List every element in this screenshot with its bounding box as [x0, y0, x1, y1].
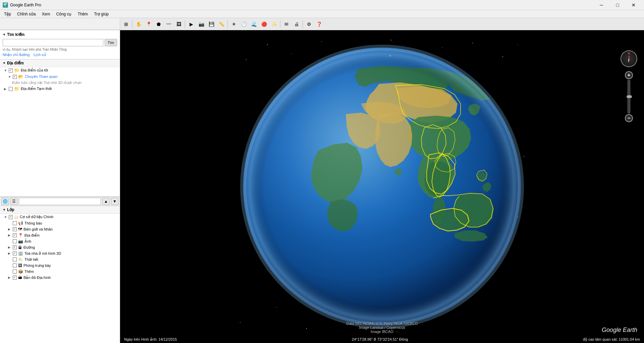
toolbar-email-btn[interactable]: ✉: [282, 19, 291, 29]
layer-weather[interactable]: ▶ ⛅ Thời tiết: [0, 256, 120, 262]
layers-header[interactable]: ▼ Lớp: [0, 206, 120, 214]
terrain-checkbox[interactable]: [13, 276, 17, 280]
photos-checkbox[interactable]: [13, 239, 17, 243]
menu-edit[interactable]: Chỉnh sửa: [14, 11, 39, 17]
places-chevron: ▼: [3, 61, 6, 65]
notifications-checkbox[interactable]: [13, 221, 17, 225]
places-tour[interactable]: ▼ 📂 Chuyến Tham quan: [0, 74, 120, 80]
search-header: ▼ Tìm kiếm: [3, 32, 117, 37]
borders-checkbox[interactable]: [13, 227, 17, 231]
toolbar-sky-btn[interactable]: ✨: [269, 19, 279, 29]
history-link[interactable]: Lịch sử: [34, 53, 46, 57]
buildings-checkbox[interactable]: [13, 251, 17, 255]
globe-area[interactable]: N + − Data SIO, NOAA, U.S. Navy, NGA, GE…: [120, 30, 644, 343]
zoom-in-button[interactable]: +: [625, 71, 633, 79]
toolbar-placemark-btn[interactable]: 📍: [144, 19, 153, 29]
layer-photos[interactable]: ▶ 📷 Ảnh: [0, 238, 120, 244]
weather-label: Thời tiết: [24, 257, 38, 262]
places-nav-down[interactable]: ▼: [111, 198, 118, 205]
borders-arrow: ▶: [8, 228, 11, 231]
places-globe-btn[interactable]: 🌐: [1, 198, 9, 205]
search-button[interactable]: Tìm: [105, 39, 117, 46]
roads-checkbox[interactable]: [13, 245, 17, 249]
menu-view[interactable]: Xem: [39, 11, 53, 17]
layer-terrain[interactable]: ▶ 🏔 Bản đồ Địa hình: [0, 275, 120, 281]
toolbar-save-btn[interactable]: 💾: [207, 19, 216, 29]
svg-point-3: [267, 44, 268, 45]
status-coords: 24°17'28.96" B 73°32'24.51" Đông: [352, 337, 408, 341]
minimize-button[interactable]: ─: [594, 0, 609, 10]
gallery-checkbox[interactable]: [13, 263, 17, 267]
toolbar-overlay-btn[interactable]: 🖼: [174, 19, 183, 29]
my-places-label: Địa điểm của tôi: [21, 68, 48, 72]
toolbar-history-btn[interactable]: 🕐: [239, 19, 249, 29]
toolbar-settings-btn[interactable]: ⚙: [304, 19, 314, 29]
toolbar-measure-btn[interactable]: 📏: [217, 19, 226, 29]
more-label: Thêm: [24, 270, 34, 274]
status-elevation: độ cao tâm quan sát: 11001.04 km: [583, 337, 640, 342]
my-places-arrow: ▼: [4, 69, 7, 72]
gallery-label: Phòng trưng bày: [23, 263, 51, 268]
places-tour-note: Đảm bảo rằng lớp Toà nhà 3D được chọn: [0, 80, 120, 86]
layer-borders[interactable]: ▶ 🗺 Biên giới và Nhãn: [0, 226, 120, 232]
more-checkbox[interactable]: [13, 270, 17, 274]
main-db-icon: 🗂: [14, 214, 18, 219]
places-title: Địa điểm: [7, 61, 24, 65]
layer-more[interactable]: ▶ 📦 Thêm: [0, 268, 120, 275]
toolbar-mars-btn[interactable]: 🔴: [259, 19, 269, 29]
temp-checkbox[interactable]: [9, 87, 13, 91]
layers-title: Lớp: [7, 207, 14, 212]
attribution-line3: Image IBCAO: [346, 330, 418, 334]
main-db-label: Cơ sở dữ liệu Chính: [20, 215, 53, 219]
search-chevron: ▼: [3, 33, 6, 36]
layer-places[interactable]: ▶ 📍 Địa điểm: [0, 232, 120, 238]
places-my-places[interactable]: ▼ 📁 Địa điểm của tôi: [0, 67, 120, 74]
directions-link[interactable]: Nhận chỉ đường: [3, 53, 30, 57]
layer-notifications[interactable]: ▶ 📢 Thông báo: [0, 220, 120, 226]
toolbar-sun-btn[interactable]: ☀: [229, 19, 238, 29]
buildings-arrow: ▶: [8, 252, 11, 255]
zoom-out-button[interactable]: −: [625, 114, 633, 122]
compass[interactable]: N: [621, 50, 637, 67]
layer-main-db[interactable]: ▼ 🗂 Cơ sở dữ liệu Chính: [0, 214, 120, 220]
toolbar-photo-btn[interactable]: 📷: [197, 19, 206, 29]
toolbar-polygon-btn[interactable]: ⬟: [154, 19, 163, 29]
toolbar-tour-btn[interactable]: ▶: [186, 19, 196, 29]
svg-point-7: [391, 40, 391, 41]
layer-3d-buildings[interactable]: ▶ 🏢 Toà nhà ở mô hình 3D: [0, 250, 120, 256]
toolbar-path-btn[interactable]: 〰: [164, 19, 173, 29]
menu-help[interactable]: Trợ giúp: [91, 11, 111, 17]
places-list-btn[interactable]: ☰: [10, 198, 17, 205]
globe-container: [120, 30, 644, 343]
toolbar-sep2: [185, 20, 185, 28]
search-title: Tìm kiếm: [7, 32, 24, 37]
layer-roads[interactable]: ▶ 🛣 Đường: [0, 244, 120, 250]
main-db-arrow: ▼: [4, 215, 7, 219]
weather-checkbox[interactable]: [13, 257, 17, 261]
main-db-checkbox[interactable]: [9, 215, 13, 219]
tour-label[interactable]: Chuyến Tham quan: [25, 75, 57, 79]
toolbar-ocean-btn[interactable]: 🌊: [249, 19, 259, 29]
places-header[interactable]: ▼ Địa điểm: [0, 59, 120, 67]
toolbar-print-btn[interactable]: 🖨: [292, 19, 301, 29]
layer-gallery[interactable]: ▶ 🖼 Phòng trưng bày: [0, 262, 120, 268]
svg-point-14: [306, 328, 307, 329]
toolbar-hand-btn[interactable]: ✋: [134, 19, 143, 29]
menu-file[interactable]: Tệp: [1, 11, 14, 17]
search-input[interactable]: [3, 39, 103, 46]
tour-checkbox[interactable]: [13, 75, 17, 79]
toolbar-grid-btn[interactable]: ⊞: [121, 19, 131, 29]
places-temp[interactable]: ▶ 📁 Địa điểm Tạm thời: [0, 86, 120, 92]
places-search-input[interactable]: [19, 198, 101, 205]
weather-icon: ⛅: [18, 257, 23, 262]
menu-tools[interactable]: Công cụ: [53, 11, 74, 17]
maximize-button[interactable]: □: [610, 0, 625, 10]
zoom-thumb[interactable]: [627, 95, 632, 98]
close-button[interactable]: ✕: [626, 0, 641, 10]
zoom-track[interactable]: [628, 80, 630, 113]
toolbar-help-btn[interactable]: ❓: [314, 19, 324, 29]
layer-places-checkbox[interactable]: [13, 233, 17, 237]
menu-add[interactable]: Thêm: [75, 11, 91, 17]
places-nav-up[interactable]: ▲: [102, 198, 110, 205]
my-places-checkbox[interactable]: [9, 68, 13, 72]
